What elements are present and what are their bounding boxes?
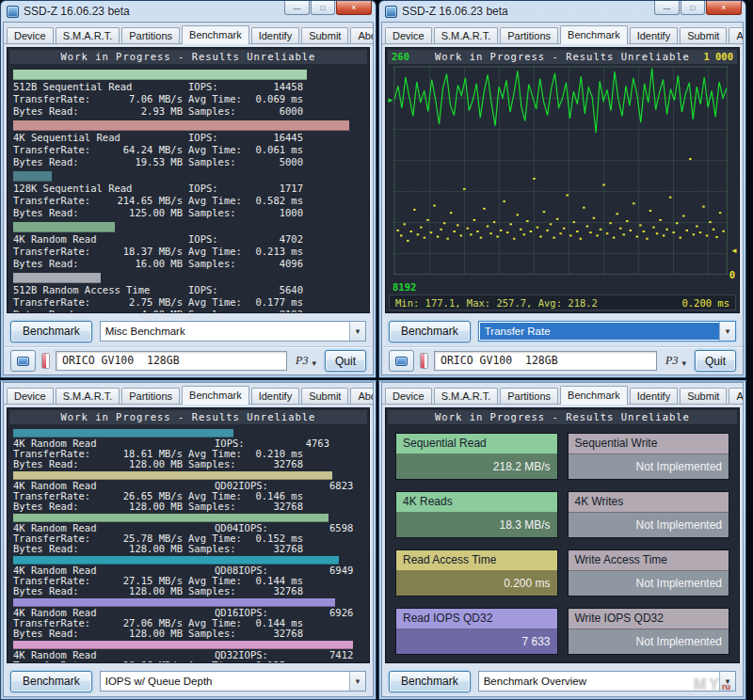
quit-button[interactable]: Quit [695, 350, 736, 372]
result-row: 4K Random ReadQD32IOPS:7412 TransferRate… [13, 639, 363, 663]
tile-read-iops-qd32: Read IOPS QD32 7 633 [395, 608, 558, 655]
device-refresh-button[interactable] [10, 350, 36, 372]
bytes-label: Bytes Read: [13, 544, 100, 554]
benchmark-button[interactable]: Benchmark [389, 321, 471, 342]
partition-select[interactable]: P3 [293, 351, 319, 371]
right-axis-min-label: 0 [729, 269, 735, 280]
avg-value: 0.069 ms [250, 93, 303, 105]
drive-name-field: ORICO GV100 128GB [56, 351, 287, 371]
app-icon [7, 6, 19, 18]
maximize-button[interactable]: □ [311, 1, 335, 15]
tab-submit[interactable]: Submit [301, 27, 348, 43]
tab-submit[interactable]: Submit [301, 388, 348, 404]
drive-activity-led-icon [420, 353, 428, 369]
tab-identify[interactable]: Identify [251, 388, 299, 404]
tab-about[interactable]: About [729, 388, 744, 404]
avg-value: 0.061 ms [250, 144, 303, 156]
tab-partitions[interactable]: Partitions [500, 388, 558, 404]
bytes-value: 128.00 MB [100, 586, 183, 597]
tab-about[interactable]: About [350, 27, 374, 43]
bytes-label: Bytes Read: [13, 586, 100, 597]
tab-partitions[interactable]: Partitions [121, 388, 180, 404]
tab-smart[interactable]: S.M.A.R.T. [56, 388, 120, 404]
samples-label: Samples: [188, 586, 250, 597]
close-button[interactable]: × [336, 1, 372, 15]
tab-benchmark[interactable]: Benchmark [182, 386, 249, 405]
window-benchmark-overview: DeviceS.M.A.R.T.PartitionsBenchmarkIdent… [378, 380, 746, 700]
result-bar [13, 641, 353, 649]
window-title: SSD-Z 16.06.23 beta [24, 5, 279, 18]
benchmark-button[interactable]: Benchmark [10, 321, 92, 342]
tab-submit[interactable]: Submit [680, 388, 727, 404]
iops-label: IOPS: [188, 81, 250, 93]
titlebar[interactable]: SSD-Z 16.06.23 beta — □ × [379, 1, 745, 22]
tab-device[interactable]: Device [7, 388, 54, 404]
close-button[interactable]: × [706, 1, 742, 15]
combo-value: Transfer Rate [480, 323, 719, 340]
tab-benchmark[interactable]: Benchmark [182, 25, 249, 44]
tab-submit[interactable]: Submit [680, 27, 727, 43]
tab-identify[interactable]: Identify [630, 27, 678, 43]
left-axis-marker-icon: ► [387, 97, 394, 104]
tab-benchmark[interactable]: Benchmark [560, 25, 628, 44]
tile-sequential-write: Sequential Write Not Implemented [568, 433, 730, 480]
transfer-value: 18.37 MB/s [100, 246, 183, 258]
tab-device[interactable]: Device [385, 27, 432, 43]
samples-value: 8192 [250, 309, 303, 313]
transfer-label: TransferRate: [13, 296, 100, 309]
tab-smart[interactable]: S.M.A.R.T. [434, 27, 499, 43]
bytes-value: 2.93 MB [100, 105, 183, 118]
bytes-label: Bytes Read: [13, 628, 100, 639]
tile-write-access-time: Write Access Time Not Implemented [568, 549, 730, 597]
tab-benchmark[interactable]: Benchmark [560, 386, 628, 405]
benchmark-type-select[interactable]: Benchmark Overview [478, 671, 736, 692]
tab-partitions[interactable]: Partitions [500, 27, 558, 43]
tab-identify[interactable]: Identify [630, 388, 678, 404]
device-refresh-button[interactable] [389, 350, 414, 372]
bytes-value: 125.00 MB [100, 207, 183, 219]
benchmark-button[interactable]: Benchmark [389, 671, 471, 692]
titlebar[interactable]: SSD-Z 16.06.23 beta — □ × [1, 1, 376, 22]
tab-smart[interactable]: S.M.A.R.T. [434, 388, 499, 404]
benchmark-type-select[interactable]: Transfer Rate [478, 321, 736, 342]
benchmark-button[interactable]: Benchmark [10, 671, 92, 692]
bytes-label: Bytes Read: [13, 459, 100, 469]
minimize-button[interactable]: — [284, 1, 310, 15]
wip-header: Work in Progress - Results Unreliable [388, 50, 737, 64]
result-bar [13, 598, 335, 607]
chevron-down-icon [349, 322, 365, 341]
transfer-label: TransferRate: [13, 144, 100, 156]
minimize-button[interactable]: — [654, 1, 680, 15]
maximize-button[interactable]: □ [681, 1, 705, 15]
tab-device[interactable]: Device [385, 388, 432, 404]
tab-identify[interactable]: Identify [251, 27, 299, 43]
right-axis-marker-icon: ◄ [730, 247, 738, 255]
benchmark-type-select[interactable]: IOPS w/ Queue Depth [100, 671, 366, 692]
tile-title: Sequential Write [575, 437, 658, 450]
result-bar [13, 273, 101, 283]
tab-device[interactable]: Device [7, 27, 54, 43]
app-icon [385, 6, 397, 18]
tab-about[interactable]: About [350, 388, 374, 404]
tab-about[interactable]: About [729, 27, 744, 43]
overview-tiles: Sequential Read 218.2 MB/s Sequential Wr… [386, 425, 739, 662]
test-name: 512B Random Access Time [13, 284, 183, 296]
tab-bar: DeviceS.M.A.R.T.PartitionsBenchmarkIdent… [382, 23, 743, 44]
window-controls: — □ × [653, 1, 742, 15]
tab-smart[interactable]: S.M.A.R.T. [56, 27, 120, 43]
samples-value: 32768 [250, 586, 303, 597]
iops-value: 6598 [300, 523, 353, 533]
test-name: 512B Sequential Read [13, 81, 183, 93]
benchmark-type-select[interactable]: Misc Benchmark [100, 321, 366, 342]
ssd-chip-icon [395, 357, 408, 366]
tile-value: Not Implemented [636, 460, 722, 473]
result-row: 4K Random ReadQD16IOPS:6926 TransferRate… [13, 597, 363, 639]
tile-value: Not Implemented [636, 635, 722, 648]
result-row: 128K Sequential ReadIOPS:1717 TransferRa… [13, 168, 363, 219]
tab-partitions[interactable]: Partitions [121, 27, 180, 43]
partition-select[interactable]: P3 [663, 351, 689, 371]
tile-value: 18.3 MB/s [499, 518, 550, 532]
chevron-down-icon [719, 322, 735, 341]
quit-button[interactable]: Quit [325, 350, 366, 372]
tile-read-access-time: Read Access Time 0.200 ms [395, 549, 558, 597]
